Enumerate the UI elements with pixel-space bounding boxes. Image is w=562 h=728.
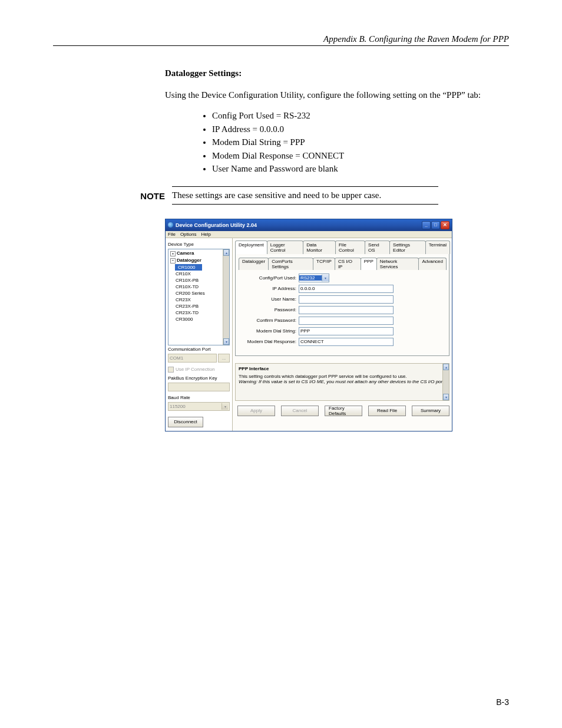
titlebar[interactable]: Device Configuration Utility 2.04 _ □ ✕ (166, 219, 452, 231)
tree-item[interactable]: CR23X-TD (170, 309, 228, 316)
chevron-down-icon: ▾ (222, 403, 228, 410)
menu-help[interactable]: Help (201, 232, 210, 237)
pass-label: Password: (240, 307, 299, 312)
sub-tabs: Datalogger ComPorts Settings TCP/IP CS I… (239, 257, 446, 270)
tab-data-monitor[interactable]: Data Monitor (303, 241, 336, 254)
mds-input[interactable]: PPP (299, 327, 394, 335)
app-icon (168, 222, 173, 228)
list-item: Modem Dial Response = CONNECT (212, 149, 503, 163)
cancel-button[interactable]: Cancel (281, 406, 319, 416)
baud-label: Baud Rate (168, 395, 230, 400)
scrollbar[interactable]: ▴ ▾ (223, 249, 229, 345)
tree-camera[interactable]: +Camera (170, 250, 228, 257)
use-ip-checkbox[interactable]: Use IP Connection (168, 367, 230, 373)
subtab-advanced[interactable]: Advanced (418, 258, 447, 270)
intro-paragraph: Using the Device Configuration Utility, … (165, 89, 503, 101)
tab-file-control[interactable]: File Control (335, 241, 365, 254)
user-input[interactable] (299, 295, 394, 304)
tree-datalogger[interactable]: −Datalogger (170, 257, 228, 264)
subtab-tcpip[interactable]: TCP/IP (313, 258, 335, 270)
left-pane: Device Type +Camera −Datalogger CR1000 C… (166, 238, 233, 431)
mdr-label: Modem Dial Response: (240, 339, 299, 344)
tab-settings-editor[interactable]: Settings Editor (389, 241, 426, 254)
mds-label: Modem Dial String: (240, 328, 299, 334)
list-item: Modem Dial String = PPP (212, 136, 503, 149)
list-item: IP Address = 0.0.0.0 (212, 123, 503, 136)
tree-item[interactable]: CR23X-PB (170, 303, 228, 309)
note-label: NOTE (106, 186, 172, 205)
scroll-down-icon[interactable]: ▾ (443, 394, 449, 400)
section-title: Datalogger Settings: (165, 68, 503, 78)
subtab-comports[interactable]: ComPorts Settings (268, 258, 313, 270)
info-panel: PPP Interface This setting controls whic… (235, 363, 449, 401)
page-number: B-3 (496, 697, 509, 707)
bullet-list: Config Port Used = RS-232 IP Address = 0… (200, 109, 503, 176)
subtab-csio[interactable]: CS I/O IP (335, 258, 361, 270)
menu-options[interactable]: Options (180, 232, 197, 237)
factory-button[interactable]: Factory Defaults (325, 406, 362, 416)
user-label: User Name: (240, 297, 299, 302)
maximize-button[interactable]: □ (431, 221, 440, 229)
close-button[interactable]: ✕ (441, 221, 449, 229)
pakbus-label: PakBus Encryption Key (168, 375, 230, 381)
tree-item[interactable]: CR10X-TD (170, 284, 228, 290)
scroll-up-icon[interactable]: ▴ (223, 249, 229, 256)
subtab-datalogger[interactable]: Datalogger (239, 258, 269, 270)
subtab-network[interactable]: Network Services (376, 258, 419, 270)
readfile-button[interactable]: Read File (368, 406, 406, 416)
main-tabs: Deployment Logger Control Data Monitor F… (235, 240, 449, 254)
config-port-select[interactable]: RS232 ▾ (299, 274, 329, 282)
expander-icon[interactable]: − (170, 258, 176, 263)
tree-item[interactable]: CR3000 (170, 316, 228, 322)
confirm-label: Confirm Password: (240, 318, 299, 323)
minimize-button[interactable]: _ (422, 221, 431, 229)
tab-deployment[interactable]: Deployment (235, 241, 267, 254)
summary-button[interactable]: Summary (412, 406, 449, 416)
app-window: Device Configuration Utility 2.04 _ □ ✕ … (165, 219, 452, 431)
pass-input[interactable] (299, 306, 394, 314)
tree-item[interactable]: CR200 Series (170, 290, 228, 297)
apply-button[interactable]: Apply (237, 406, 275, 416)
info-title: PPP Interface (239, 366, 446, 371)
pakbus-input[interactable] (168, 383, 230, 391)
config-port-label: Config/Port Used: (240, 275, 299, 281)
device-type-label: Device Type (168, 242, 230, 247)
tab-logger-control[interactable]: Logger Control (267, 241, 304, 254)
running-head: Appendix B. Configuring the Raven Modem … (53, 34, 509, 46)
info-text: This setting controls which datalogger p… (239, 374, 446, 379)
bottom-buttons: Apply Cancel Factory Defaults Read File … (235, 406, 449, 416)
tab-terminal[interactable]: Terminal (425, 241, 450, 254)
list-item: Config Port Used = RS-232 (212, 109, 503, 123)
comm-port-label: Communication Port (168, 347, 230, 352)
menubar: File Options Help (166, 231, 452, 238)
tree-item[interactable]: CR10X (170, 271, 228, 277)
right-pane: Deployment Logger Control Data Monitor F… (233, 238, 452, 431)
chevron-down-icon: ▾ (322, 275, 329, 281)
info-warning: Warning: If this value is set to CS I/O … (239, 379, 446, 384)
subtab-ppp[interactable]: PPP (361, 258, 377, 270)
ip-label: IP Address: (240, 286, 299, 291)
browse-button[interactable]: ... (218, 354, 230, 363)
checkbox-icon[interactable] (168, 367, 174, 373)
device-tree[interactable]: +Camera −Datalogger CR1000 CR10X CR10X-P… (168, 249, 230, 345)
scroll-up-icon[interactable]: ▴ (443, 364, 449, 370)
confirm-input[interactable] (299, 317, 394, 325)
menu-file[interactable]: File (168, 232, 176, 237)
note-text: These settings are case sensitive and ne… (172, 186, 438, 205)
scroll-down-icon[interactable]: ▾ (223, 338, 229, 345)
tree-item[interactable]: CR10X-PB (170, 277, 228, 284)
list-item: User Name and Password are blank (212, 162, 503, 176)
disconnect-button[interactable]: Disconnect (168, 417, 203, 427)
tree-item-cr1000[interactable]: CR1000 (175, 264, 202, 271)
mdr-input[interactable]: CONNECT (299, 338, 394, 346)
expander-icon[interactable]: + (170, 251, 176, 256)
tab-send-os[interactable]: Send OS (365, 241, 390, 254)
ip-input[interactable]: 0.0.0.0 (299, 285, 394, 293)
baud-select[interactable]: 115200 ▾ (168, 402, 230, 411)
scrollbar[interactable]: ▴ ▾ (442, 364, 449, 400)
window-title: Device Configuration Utility 2.04 (176, 222, 257, 228)
tree-item[interactable]: CR23X (170, 297, 228, 303)
comm-port-input[interactable]: COM1 (168, 354, 217, 363)
